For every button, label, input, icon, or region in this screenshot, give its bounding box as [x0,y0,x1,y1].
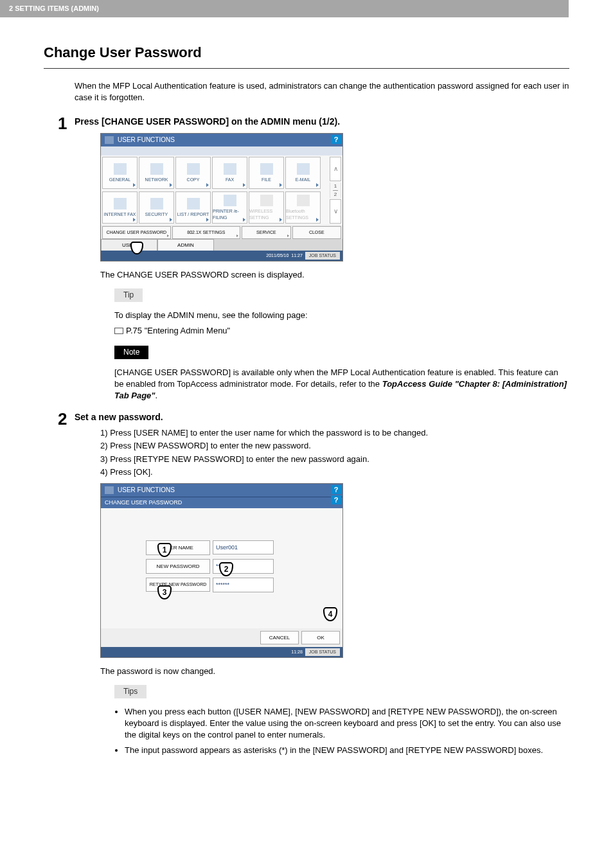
close-button[interactable]: CLOSE [292,226,341,239]
mfp2-status-bar: 11:28 JOB STATUS [101,647,342,657]
ok-button[interactable]: OK [301,631,340,644]
change-user-password-button[interactable]: CHANGE USER PASSWORD [102,226,171,239]
tip-label: Tip [114,288,143,302]
tips-label: Tips [114,685,147,698]
tab-admin[interactable]: ADMIN [157,239,214,251]
intro-text: When the MFP Local Authentication featur… [75,80,569,103]
tile-bluetooth[interactable]: Bluetooth SETTINGS [285,191,321,224]
mfp-logo-icon [105,486,114,494]
tips-block: Tips When you press each button ([USER N… [114,685,569,757]
tips-item-2: The input password appears as asterisks … [125,745,569,756]
step-2-number: 2 [58,407,67,430]
screenshot-change-password: USER FUNCTIONS ? CHANGE USER PASSWORD ? … [100,483,569,658]
service-button[interactable]: SERVICE [242,226,290,239]
step-1-number: 1 [58,112,67,135]
tips-item-1: When you press each button ([USER NAME],… [125,706,569,741]
book-icon [114,328,123,334]
tip-text: To display the ADMIN menu, see the follo… [114,310,569,321]
step-2-substeps: 1) Press [USER NAME] to enter the user n… [100,427,569,478]
tile-list-report[interactable]: LIST / REPORT [175,191,211,224]
retype-password-button[interactable]: RETYPE NEW PASSWORD [146,578,210,592]
step-2-result: The password is now changed. [100,666,569,677]
scroll-down-button[interactable]: ∨ [330,199,341,224]
mfp2-subtitle: CHANGE USER PASSWORD [101,497,342,508]
tile-wireless[interactable]: WIRELESS SETTING [249,191,284,224]
mfp2-title: USER FUNCTIONS [118,486,175,495]
mfp-titlebar: USER FUNCTIONS [101,134,342,146]
help-icon[interactable]: ? [331,485,341,494]
tip-block: Tip To display the ADMIN menu, see the f… [114,288,569,337]
cancel-button[interactable]: CANCEL [260,631,299,644]
tile-general[interactable]: GENERAL [102,157,138,189]
page-indicator: 1 2 [330,182,341,197]
user-name-button[interactable]: USER NAME [146,540,210,555]
tile-security[interactable]: SECURITY [139,191,174,224]
job-status-button[interactable]: JOB STATUS [305,252,340,260]
note-block: Note [CHANGE USER PASSWORD] is available… [114,346,569,402]
scroll-up-button[interactable]: ∧ [330,157,341,181]
tip-ref: P.75 "Entering Admin Menu" [114,325,569,337]
step-1-title: Press [CHANGE USER PASSWORD] on the ADMI… [75,116,569,128]
help-icon-2[interactable]: ? [331,495,341,504]
screenshot-admin-menu: USER FUNCTIONS ? GENERAL NETWORK COPY FA… [100,133,569,261]
user-name-value: User001 [213,540,274,555]
step-1-result: The CHANGE USER PASSWORD screen is displ… [100,269,569,281]
retype-password-value: ****** [213,578,274,592]
note-text: [CHANGE USER PASSWORD] is available only… [114,367,569,402]
new-password-button[interactable]: NEW PASSWORD [146,559,210,574]
step-2: 2 Set a new password. 1) Press [USER NAM… [75,411,569,677]
job-status-button[interactable]: JOB STATUS [305,648,340,656]
step-1: 1 Press [CHANGE USER PASSWORD] on the AD… [75,116,569,281]
tile-internet-fax[interactable]: INTERNET FAX [102,191,138,224]
note-label: Note [114,346,148,359]
mfp2-titlebar: USER FUNCTIONS [101,484,342,497]
page-header: 2 SETTING ITEMS (ADMIN) [0,0,569,17]
help-icon[interactable]: ? [331,135,341,144]
tile-network[interactable]: NETWORK [139,157,174,189]
mfp-logo-icon [105,136,114,144]
tab-user[interactable]: USER [101,239,157,251]
tile-file[interactable]: FILE [249,157,284,189]
mfp-title: USER FUNCTIONS [118,136,175,145]
tile-copy[interactable]: COPY [175,157,211,189]
tile-email[interactable]: E-MAIL [285,157,321,189]
8021x-settings-button[interactable]: 802.1X SETTINGS [172,226,241,239]
tile-fax[interactable]: FAX [212,157,247,189]
step-2-title: Set a new password. [75,411,569,424]
section-title: Change User Password [44,43,569,69]
tile-printer-efiling[interactable]: PRINTER /e-FILING [212,191,247,224]
